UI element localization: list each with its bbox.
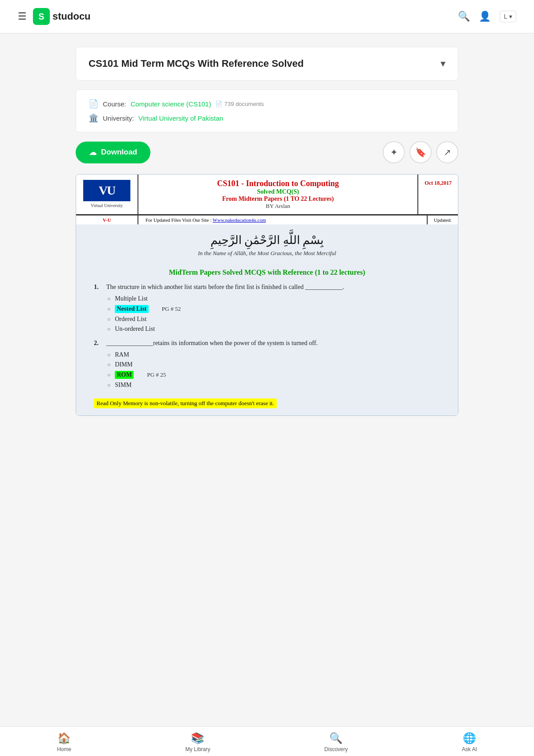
search-icon[interactable]: 🔍 [458, 11, 470, 22]
rom-pg-ref: PG # 25 [147, 371, 166, 378]
vu-right-cell: Oct 18,2017 [417, 175, 458, 214]
bookmark-icon: 🔖 [415, 147, 426, 158]
discovery-icon: 🔍 [329, 732, 343, 744]
bullet-icon: ○ [107, 326, 110, 333]
download-button[interactable]: ☁ Download [76, 142, 150, 163]
vu-university-name: Virtual University [83, 203, 130, 208]
option-simm-text: SIMM [115, 382, 131, 389]
bullet-icon: ○ [107, 372, 110, 378]
question-2-number: 2. [94, 340, 103, 347]
option-rom-text: ROM [115, 371, 134, 379]
question-2-options: ○ RAM ○ DIMM ○ ROM PG # 25 ○ SIMM [107, 351, 440, 389]
course-icon: 📄 [89, 99, 98, 109]
library-icon: 📚 [191, 732, 204, 744]
vu-logo-cell: VU Virtual University [76, 175, 138, 214]
vu-footer-row: V-U For Updated Files Visit Our Site : W… [76, 215, 458, 224]
vu-code: V-U [76, 215, 138, 224]
doc-title-row: CS101 Mid Term MCQs With Reference Solve… [89, 58, 445, 69]
meta-section: 📄 Course: Computer science (CS101) 📄 739… [76, 89, 458, 132]
header-left: ☰ S studocu [18, 8, 91, 25]
vu-date: Oct 18,2017 [425, 180, 452, 187]
bullet-icon: ○ [107, 316, 110, 323]
home-icon: 🏠 [57, 732, 71, 744]
question-2: 2. _______________retains its informatio… [94, 340, 440, 347]
course-link[interactable]: Computer science (CS101) [131, 100, 211, 108]
bottom-nav: 🏠 Home 📚 My Library 🔍 Discovery 🌐 Ask AI [0, 726, 534, 756]
nav-ask-ai[interactable]: 🌐 Ask AI [462, 732, 477, 752]
question-1-options: ○ Multiple List ○ Nested List PG # 52 ○ … [107, 295, 440, 333]
university-meta: 🏛️ University: Virtual University of Pak… [89, 113, 445, 123]
doc-title: CS101 Mid Term MCQs With Reference Solve… [89, 58, 435, 69]
header: ☰ S studocu 🔍 👤 L ▾ [0, 0, 534, 33]
option-unordered-list-text: Un-ordered List [115, 325, 155, 333]
ask-ai-icon: 🌐 [463, 732, 476, 744]
vu-author: BY Arslan [146, 203, 410, 210]
arabic-translation: In the Name of Allāh, the Most Gracious,… [94, 250, 440, 257]
university-label: University: [103, 114, 134, 122]
bullet-icon: ○ [107, 306, 110, 313]
option-unordered-list: ○ Un-ordered List [107, 325, 440, 333]
star-button[interactable]: ✦ [383, 141, 405, 163]
question-2-text: _______________retains its information w… [106, 340, 318, 347]
bullet-icon: ○ [107, 296, 110, 302]
action-icons: ✦ 🔖 ↗ [383, 141, 458, 163]
question-1-text: The structure in which another list star… [106, 284, 344, 291]
header-right: 🔍 👤 L ▾ [458, 11, 516, 22]
nav-library[interactable]: 📚 My Library [185, 732, 210, 752]
bullet-icon: ○ [107, 382, 110, 389]
doc-page: VU Virtual University CS101 - Introducti… [76, 175, 458, 415]
language-button[interactable]: L ▾ [500, 11, 516, 22]
university-link[interactable]: Virtual University of Pakistan [138, 114, 223, 122]
download-icon: ☁ [89, 148, 97, 157]
option-ram-text: RAM [115, 351, 129, 358]
vu-main-title: CS101 - Introduction to Computing [146, 179, 410, 188]
question-1: 1. The structure in which another list s… [94, 284, 440, 291]
arabic-text: بِسْمِ اللَّهِ الرَّحْمَٰنِ الرَّحِيمِ [94, 233, 440, 247]
option-ordered-list: ○ Ordered List [107, 316, 440, 323]
share-button[interactable]: ↗ [436, 141, 458, 163]
user-icon[interactable]: 👤 [479, 11, 491, 22]
nav-home[interactable]: 🏠 Home [57, 732, 71, 752]
option-nested-list: ○ Nested List PG # 52 [107, 305, 440, 313]
arabic-section: بِسْمِ اللَّهِ الرَّحْمَٰنِ الرَّحِيمِ I… [76, 224, 458, 261]
nav-discovery-label: Discovery [324, 746, 348, 752]
vu-footer-link[interactable]: Www.pakeducation4u.com [213, 217, 266, 223]
logo[interactable]: S studocu [33, 8, 91, 25]
vu-header: VU Virtual University CS101 - Introducti… [76, 175, 458, 215]
nested-list-pg-ref: PG # 52 [162, 305, 181, 313]
vu-footer-center: For Updated Files Visit Our Site : Www.p… [138, 215, 427, 224]
option-multiple-list: ○ Multiple List [107, 295, 440, 302]
action-row: ☁ Download ✦ 🔖 ↗ [76, 141, 458, 163]
nav-discovery[interactable]: 🔍 Discovery [324, 732, 348, 752]
option-simm: ○ SIMM [107, 382, 440, 389]
option-multiple-list-text: Multiple List [115, 295, 148, 302]
option-nested-list-text: Nested List [115, 305, 148, 313]
bookmark-button[interactable]: 🔖 [409, 141, 432, 163]
lang-label: L [504, 13, 507, 20]
option-dimm-text: DIMM [115, 361, 133, 368]
star-icon: ✦ [390, 147, 398, 158]
question-2-note: Read Only Memory is non-volatile, turnin… [94, 396, 440, 408]
nav-ask-ai-label: Ask AI [462, 746, 477, 752]
note-highlight-text: Read Only Memory is non-volatile, turnin… [94, 398, 277, 408]
vu-updated: Updated. [427, 215, 458, 224]
option-rom: ○ ROM PG # 25 [107, 371, 440, 379]
vu-center: CS101 - Introduction to Computing Solved… [138, 175, 417, 214]
bullet-icon: ○ [107, 362, 110, 368]
vu-subtitle1: Solved MCQ(S) [146, 188, 410, 195]
chevron-down-icon[interactable]: ▾ [441, 58, 445, 69]
logo-icon: S [33, 8, 50, 25]
nav-library-label: My Library [185, 746, 210, 752]
share-icon: ↗ [444, 147, 451, 158]
download-label: Download [101, 148, 137, 157]
menu-icon[interactable]: ☰ [18, 11, 27, 22]
question-1-number: 1. [94, 284, 103, 291]
bullet-icon: ○ [107, 352, 110, 358]
vu-footer-label: For Updated Files Visit Our Site : [146, 217, 211, 223]
doc-preview: VU Virtual University CS101 - Introducti… [76, 174, 458, 416]
course-label: Course: [103, 100, 126, 108]
option-dimm: ○ DIMM [107, 361, 440, 368]
vu-subtitle2: From Midterm Papers (1 TO 22 Lectures) [146, 195, 410, 203]
option-ram: ○ RAM [107, 351, 440, 358]
main-content: CS101 Mid Term MCQs With Reference Solve… [67, 33, 467, 460]
